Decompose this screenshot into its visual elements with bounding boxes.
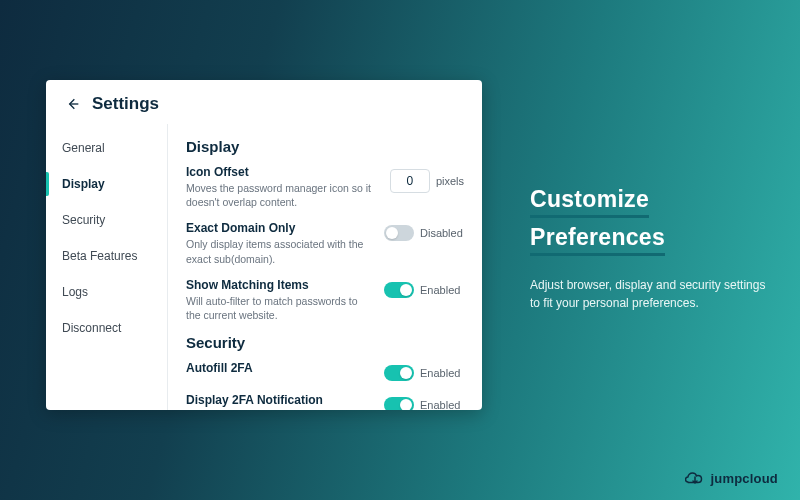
panel-title: Settings bbox=[92, 94, 159, 114]
promo-heading-line2: Preferences bbox=[530, 224, 665, 256]
promo-block: Customize Preferences Adjust browser, di… bbox=[530, 186, 770, 312]
row-icon-offset: Icon Offset Moves the password manager i… bbox=[186, 165, 464, 209]
row-exact-domain: Exact Domain Only Only display items ass… bbox=[186, 221, 464, 265]
display-2fa-notif-toggle[interactable] bbox=[384, 397, 414, 410]
sidebar-item-beta-features[interactable]: Beta Features bbox=[46, 238, 167, 274]
show-matching-desc: Will auto-filter to match passwords to t… bbox=[186, 294, 374, 322]
display-2fa-notif-state: Enabled bbox=[420, 399, 464, 410]
autofill-2fa-toggle[interactable] bbox=[384, 365, 414, 381]
display-2fa-notif-desc: When a 2FA token is required. bbox=[186, 409, 374, 410]
promo-heading-line1: Customize bbox=[530, 186, 649, 218]
icon-offset-desc: Moves the password manager icon so it do… bbox=[186, 181, 380, 209]
section-title-display: Display bbox=[186, 138, 464, 155]
promo-body: Adjust browser, display and security set… bbox=[530, 276, 770, 312]
icon-offset-label: Icon Offset bbox=[186, 165, 380, 179]
show-matching-toggle[interactable] bbox=[384, 282, 414, 298]
sidebar-item-logs[interactable]: Logs bbox=[46, 274, 167, 310]
display-2fa-notif-label: Display 2FA Notification bbox=[186, 393, 374, 407]
exact-domain-label: Exact Domain Only bbox=[186, 221, 374, 235]
row-autofill-2fa: Autofill 2FA Enabled bbox=[186, 361, 464, 381]
settings-panel: Settings General Display Security Beta F… bbox=[46, 80, 482, 410]
back-arrow-icon[interactable] bbox=[64, 95, 82, 113]
show-matching-label: Show Matching Items bbox=[186, 278, 374, 292]
settings-content: Display Icon Offset Moves the password m… bbox=[168, 124, 482, 410]
sidebar-item-disconnect[interactable]: Disconnect bbox=[46, 310, 167, 346]
icon-offset-input[interactable] bbox=[390, 169, 430, 193]
autofill-2fa-state: Enabled bbox=[420, 367, 464, 379]
exact-domain-toggle[interactable] bbox=[384, 225, 414, 241]
show-matching-state: Enabled bbox=[420, 284, 464, 296]
row-display-2fa-notif: Display 2FA Notification When a 2FA toke… bbox=[186, 393, 464, 410]
panel-header: Settings bbox=[46, 80, 482, 124]
panel-body: General Display Security Beta Features L… bbox=[46, 124, 482, 410]
brand-name: jumpcloud bbox=[710, 471, 778, 486]
exact-domain-desc: Only display items associated with the e… bbox=[186, 237, 374, 265]
settings-sidebar: General Display Security Beta Features L… bbox=[46, 124, 168, 410]
icon-offset-unit: pixels bbox=[436, 175, 464, 187]
jumpcloud-icon bbox=[685, 472, 705, 486]
exact-domain-state: Disabled bbox=[420, 227, 464, 239]
brand-logo: jumpcloud bbox=[685, 471, 778, 486]
section-title-security: Security bbox=[186, 334, 464, 351]
autofill-2fa-label: Autofill 2FA bbox=[186, 361, 374, 375]
row-show-matching: Show Matching Items Will auto-filter to … bbox=[186, 278, 464, 322]
sidebar-item-display[interactable]: Display bbox=[46, 166, 167, 202]
sidebar-item-general[interactable]: General bbox=[46, 130, 167, 166]
sidebar-item-security[interactable]: Security bbox=[46, 202, 167, 238]
